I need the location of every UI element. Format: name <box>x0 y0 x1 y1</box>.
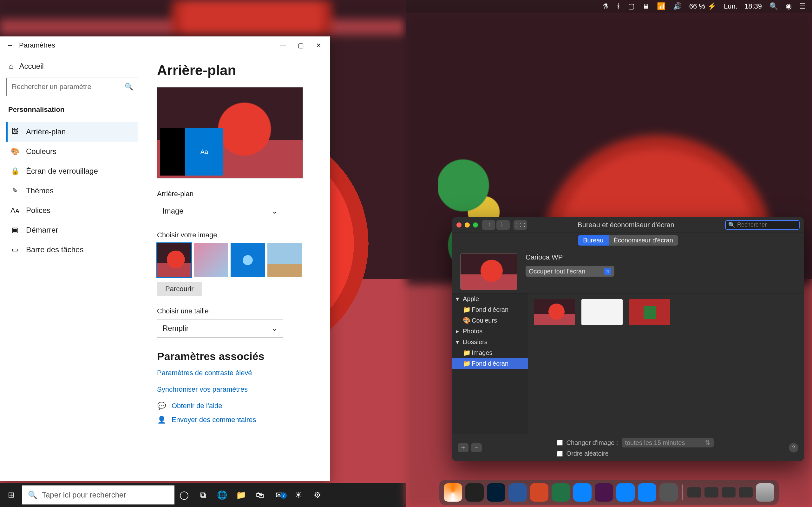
dock-photoshop[interactable] <box>487 483 505 502</box>
grid-thumb-3[interactable] <box>629 299 670 325</box>
start-button[interactable]: ⊞ <box>0 491 22 499</box>
dock-trash[interactable] <box>756 483 774 502</box>
display-icon[interactable]: 🖥 <box>642 2 649 10</box>
side-folders-images[interactable]: 📁Images <box>452 347 528 358</box>
side-apple[interactable]: ▾Apple <box>452 293 528 304</box>
dock-powerpoint[interactable] <box>530 483 548 502</box>
wifi-icon[interactable]: 📶 <box>657 2 665 10</box>
thumb-3[interactable] <box>231 243 265 277</box>
nav-item-label: Thèmes <box>26 186 54 195</box>
edge-icon[interactable]: 🌐 <box>212 490 232 500</box>
back-button[interactable]: ← <box>3 41 18 49</box>
interval-select[interactable]: toutes les 15 minutes ⇅ <box>622 438 714 447</box>
search-placeholder: Rechercher un paramètre <box>12 83 91 91</box>
nav-item-background[interactable]: 🖼 Arrière-plan <box>6 122 138 142</box>
menubar-app-icon[interactable]: ⚗ <box>602 2 609 10</box>
settings-search[interactable]: Rechercher un paramètre 🔍 <box>6 78 138 96</box>
mail-icon[interactable]: ✉7 <box>270 490 289 500</box>
store-icon[interactable]: 🛍 <box>251 490 270 500</box>
tab-desktop[interactable]: Bureau <box>578 235 609 245</box>
side-folders-wallpaper[interactable]: 📁Fond d'écran <box>452 358 528 369</box>
nav-item-themes[interactable]: ✎ Thèmes <box>6 181 138 201</box>
maximize-button[interactable]: ▢ <box>292 42 310 49</box>
airplay-icon[interactable]: ▢ <box>628 2 635 10</box>
dock-slack[interactable] <box>595 483 613 502</box>
font-icon: Aᴀ <box>10 206 20 215</box>
chevron-down-icon: ⌄ <box>271 207 278 216</box>
dock-system-prefs[interactable] <box>659 483 678 502</box>
dock-minimized-4[interactable] <box>739 487 753 498</box>
nav-item-lockscreen[interactable]: 🔒 Écran de verrouillage <box>6 161 138 181</box>
dock-minimized-1[interactable] <box>687 487 701 498</box>
color-wheel-icon: 🎨 <box>463 317 469 324</box>
nav-back-button[interactable]: 〈 <box>482 220 495 230</box>
dock-imovie[interactable] <box>465 483 484 502</box>
thumb-2[interactable] <box>194 243 228 277</box>
search-icon: 🔍 <box>728 222 735 228</box>
clock[interactable]: Lun. 18:39 <box>724 2 762 10</box>
nav-item-start[interactable]: ▣ Démarrer <box>6 220 138 240</box>
nav-item-colors[interactable]: 🎨 Couleurs <box>6 142 138 161</box>
close-button[interactable]: ✕ <box>310 42 327 49</box>
change-image-checkbox[interactable] <box>557 440 563 446</box>
add-folder-button[interactable]: ＋ <box>458 443 468 452</box>
mac-window-title: Bureau et économiseur d'écran <box>531 221 721 229</box>
taskbar-search-placeholder: Taper ici pour rechercher <box>42 491 126 499</box>
cortana-button[interactable]: ◯ <box>174 490 194 500</box>
side-apple-colors[interactable]: 🎨Couleurs <box>452 315 528 326</box>
grid-thumb-1[interactable] <box>534 299 575 325</box>
help-button[interactable]: ? <box>789 443 798 452</box>
bg-dropdown[interactable]: Image ⌄ <box>157 202 283 220</box>
volume-icon[interactable]: 🔊 <box>673 2 681 10</box>
mac-search[interactable]: 🔍 Rechercher <box>725 220 800 230</box>
side-apple-wallpaper[interactable]: 📁Fond d'écran <box>452 304 528 315</box>
dock-app-2[interactable] <box>638 483 656 502</box>
fit-select[interactable]: Occuper tout l'écran ⇅ <box>525 266 614 277</box>
weather-icon[interactable]: ☀ <box>289 490 308 500</box>
dock-excel[interactable] <box>552 483 570 502</box>
random-order-label: Ordre aléatoire <box>566 450 609 457</box>
dock-word[interactable] <box>508 483 527 502</box>
thumb-current[interactable] <box>157 243 191 277</box>
zoom-button[interactable] <box>473 222 478 228</box>
browse-button[interactable]: Parcourir <box>157 282 202 296</box>
spotlight-icon[interactable]: 🔍 <box>769 2 778 10</box>
dock-vlc[interactable] <box>444 483 462 502</box>
link-get-help[interactable]: 💬 Obtenir de l'aide <box>157 402 317 410</box>
thumb-4[interactable] <box>267 243 302 277</box>
settings-icon[interactable]: ⚙ <box>308 490 327 500</box>
grid-thumb-2[interactable] <box>581 299 623 325</box>
nav-item-fonts[interactable]: Aᴀ Polices <box>6 201 138 220</box>
tab-screensaver[interactable]: Économiseur d'écran <box>609 235 678 245</box>
preview-mock-window: Aa <box>160 128 223 176</box>
battery-status[interactable]: 66 % ⚡ <box>689 2 716 10</box>
link-feedback[interactable]: 👤 Envoyer des commentaires <box>157 416 317 424</box>
side-folders[interactable]: ▾Dossiers <box>452 337 528 347</box>
minimize-button[interactable]: — <box>274 42 292 49</box>
nav-item-taskbar[interactable]: ▭ Barre des tâches <box>6 240 138 260</box>
remove-folder-button[interactable]: － <box>471 443 482 452</box>
taskbar-search[interactable]: 🔍 Taper ici pour rechercher <box>22 486 174 504</box>
side-photos[interactable]: ▸Photos <box>452 326 528 337</box>
dock-minimized-3[interactable] <box>722 487 735 498</box>
dock-minimized-2[interactable] <box>705 487 718 498</box>
dock-appstore[interactable] <box>573 483 592 502</box>
close-button[interactable] <box>456 222 461 228</box>
siri-icon[interactable]: ◉ <box>786 2 792 10</box>
link-high-contrast[interactable]: Paramètres de contraste élevé <box>157 369 317 377</box>
grid-button[interactable]: ⋮⋮⋮ <box>513 220 527 230</box>
minimize-button[interactable] <box>465 222 470 228</box>
dock-app-1[interactable] <box>616 483 635 502</box>
fit-dropdown[interactable]: Remplir ⌄ <box>157 319 283 337</box>
control-center-icon[interactable]: ☰ <box>799 2 806 10</box>
link-sync-settings[interactable]: Synchroniser vos paramètres <box>157 385 317 394</box>
windows-taskbar: ⊞ 🔍 Taper ici pour rechercher ◯ ⧉ 🌐 📁 🛍 … <box>0 483 406 507</box>
taskview-button[interactable]: ⧉ <box>194 490 212 500</box>
nav-forward-button[interactable]: 〉 <box>496 220 510 230</box>
nav-home[interactable]: ⌂ Accueil <box>9 62 138 71</box>
random-order-checkbox[interactable] <box>557 451 563 457</box>
bluetooth-icon[interactable]: ᚼ <box>616 2 620 10</box>
explorer-icon[interactable]: 📁 <box>232 490 251 500</box>
wallpaper-preview: Aa <box>157 87 303 178</box>
mac-tabs: Bureau Économiseur d'écran <box>452 233 804 247</box>
